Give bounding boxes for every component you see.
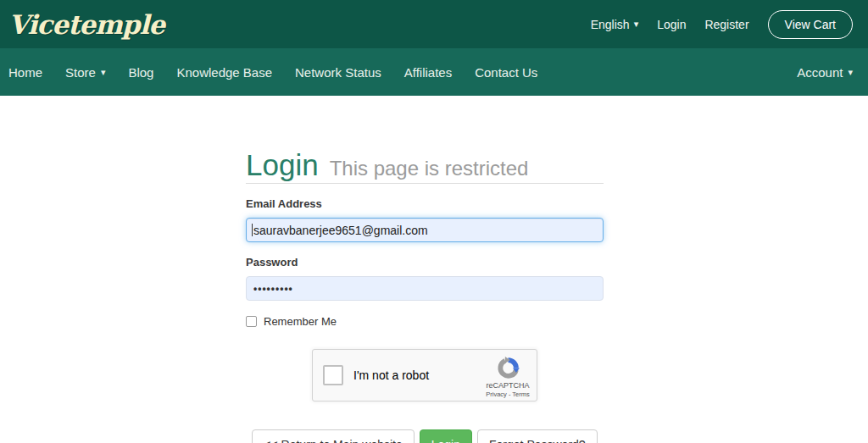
page-subtitle: This page is restricted bbox=[330, 157, 529, 180]
vicetemple-logo[interactable]: Vicetemple bbox=[8, 9, 164, 40]
nav-item-store[interactable]: Store ▾ bbox=[65, 65, 105, 80]
heading-divider bbox=[246, 183, 604, 184]
form-button-row: << Return to Main website Login Forgot P… bbox=[246, 429, 604, 443]
recaptcha-logo-icon bbox=[496, 356, 520, 380]
remember-me-label: Remember Me bbox=[264, 315, 337, 328]
nav-item-blog[interactable]: Blog bbox=[128, 65, 153, 80]
remember-me-row: Remember Me bbox=[246, 315, 604, 328]
recaptcha-brand: reCAPTCHA Privacy - Terms bbox=[486, 356, 530, 398]
view-cart-button[interactable]: View Cart bbox=[768, 10, 853, 39]
language-label: English bbox=[591, 18, 630, 31]
email-label: Email Address bbox=[246, 197, 604, 210]
email-field[interactable] bbox=[246, 218, 604, 242]
language-dropdown[interactable]: English ▾ bbox=[591, 18, 638, 31]
main-content: Login This page is restricted Email Addr… bbox=[0, 96, 868, 443]
topbar-login-link[interactable]: Login bbox=[657, 18, 686, 31]
top-header-bar: Vicetemple English ▾ Login Register View… bbox=[0, 0, 868, 48]
password-input-wrap bbox=[246, 276, 604, 301]
nav-items: Home Store ▾ Blog Knowledge Base Network… bbox=[8, 65, 537, 80]
login-submit-button[interactable]: Login bbox=[420, 429, 472, 443]
nav-item-account[interactable]: Account ▾ bbox=[797, 65, 853, 80]
forgot-password-button[interactable]: Forgot Password? bbox=[477, 429, 598, 443]
nav-account-label: Account bbox=[797, 65, 843, 80]
remember-me-checkbox[interactable] bbox=[246, 316, 257, 327]
topbar-register-link[interactable]: Register bbox=[704, 18, 748, 31]
chevron-down-icon: ▾ bbox=[848, 68, 853, 77]
login-form-container: Login This page is restricted Email Addr… bbox=[246, 96, 604, 443]
recaptcha-widget: I'm not a robot reCAPTCHA Privacy - Term… bbox=[312, 349, 537, 401]
text-cursor bbox=[252, 224, 253, 236]
nav-item-contact-us[interactable]: Contact Us bbox=[475, 65, 537, 80]
recaptcha-privacy-terms-links[interactable]: Privacy - Terms bbox=[486, 390, 530, 398]
recaptcha-brand-text: reCAPTCHA bbox=[486, 381, 530, 390]
main-navbar: Home Store ▾ Blog Knowledge Base Network… bbox=[0, 48, 868, 96]
chevron-down-icon: ▾ bbox=[634, 19, 639, 29]
page-heading: Login This page is restricted bbox=[246, 150, 604, 180]
password-field[interactable] bbox=[246, 276, 604, 301]
password-label: Password bbox=[246, 256, 604, 269]
nav-item-home[interactable]: Home bbox=[8, 65, 42, 80]
chevron-down-icon: ▾ bbox=[101, 68, 106, 77]
nav-item-affiliates[interactable]: Affiliates bbox=[404, 65, 452, 80]
nav-store-label: Store bbox=[65, 65, 96, 80]
email-input-wrap bbox=[246, 218, 604, 242]
nav-item-network-status[interactable]: Network Status bbox=[295, 65, 381, 80]
recaptcha-checkbox[interactable] bbox=[323, 365, 343, 385]
topbar-right-links: English ▾ Login Register View Cart bbox=[591, 10, 853, 39]
recaptcha-label: I'm not a robot bbox=[353, 368, 429, 382]
page-title: Login bbox=[246, 150, 319, 180]
nav-item-knowledge-base[interactable]: Knowledge Base bbox=[176, 65, 272, 80]
return-to-main-website-button[interactable]: << Return to Main website bbox=[252, 429, 414, 443]
